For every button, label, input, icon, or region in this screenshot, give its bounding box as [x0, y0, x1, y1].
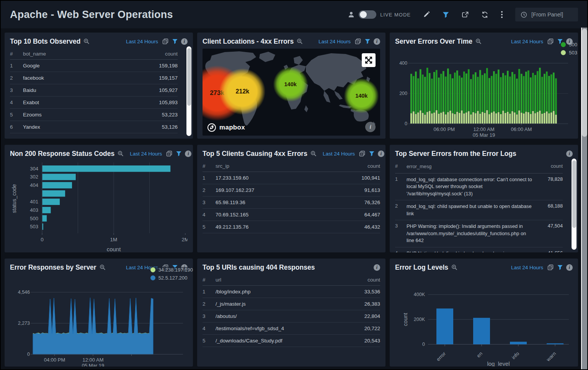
row-value: PHP Notice: Undefined index: header_clas… [407, 250, 538, 252]
row-index: 3 [203, 313, 216, 319]
panel-top-clients-4xx: Top 5 Clients Causing 4xx Errors Last 24… [197, 145, 385, 252]
time-range-link[interactable]: Last 24 Hours [323, 151, 355, 157]
row-count: 100,941 [345, 175, 380, 181]
row-count: 22,804 [345, 313, 380, 319]
panel-client-locations: Client Locations - 4xx Errors Last 24 Ho… [197, 33, 385, 139]
svg-text:302: 302 [30, 174, 38, 180]
live-mode-toggle[interactable] [359, 10, 376, 19]
copy-panel-icon[interactable] [547, 38, 554, 44]
expand-map-button[interactable] [362, 53, 376, 67]
edit-icon[interactable] [423, 11, 430, 18]
row-count: 20,722 [345, 326, 380, 331]
info-icon[interactable]: i [185, 151, 191, 157]
svg-text:05 Mar 19: 05 Mar 19 [473, 132, 495, 138]
copy-panel-icon[interactable] [547, 264, 554, 270]
mapbox-attribution[interactable]: mapbox [207, 123, 245, 132]
info-icon[interactable]: i [374, 264, 380, 271]
panel-filter-icon[interactable] [557, 264, 563, 270]
row-index: 4 [10, 100, 23, 105]
table-header-row: #error_mesgcount [395, 160, 563, 174]
legend-label: 500 [569, 42, 577, 47]
table-row: 3Baidu105,927 [10, 84, 178, 97]
info-icon[interactable]: i [181, 38, 188, 45]
time-range-link[interactable]: Last 24 Hours [511, 265, 543, 270]
row-count: 105,893 [142, 100, 178, 105]
legend-item[interactable]: 500 [561, 42, 577, 47]
zoom-in-icon[interactable] [83, 38, 90, 44]
table-row: 117.233.159.60100,941 [203, 172, 380, 184]
svg-text:0: 0 [41, 237, 44, 242]
panel-filter-icon[interactable] [176, 151, 182, 157]
legend-label: 52.5.127.200 [158, 275, 188, 281]
row-count: 41,656 [538, 250, 563, 252]
svg-text:404: 404 [30, 182, 38, 188]
server-errors-table: #error_mesgcount1mod_log_sql: database c… [395, 160, 573, 252]
share-icon[interactable] [462, 11, 469, 18]
time-range-link[interactable]: Last 24 Hours [318, 39, 351, 44]
map-info-icon[interactable]: i [365, 122, 376, 132]
column-header: src_ip [216, 163, 345, 169]
scrollbar-thumb[interactable] [187, 48, 191, 106]
page-scrollbar-thumb[interactable] [582, 29, 587, 137]
copy-panel-icon[interactable] [162, 38, 169, 44]
scrollbar-thumb[interactable] [572, 160, 576, 228]
legend-item[interactable]: 52.5.127.200 [150, 275, 193, 281]
map-bubble[interactable]: 140k [273, 67, 308, 102]
zoom-in-icon[interactable] [310, 151, 317, 157]
panel-server-errors-over-time: Server Errors Over Time Last 24 Hours i … [390, 33, 578, 139]
copy-panel-icon[interactable] [355, 38, 361, 44]
user-icon[interactable] [348, 11, 355, 18]
panel-filter-icon[interactable] [364, 38, 371, 44]
zoom-in-icon[interactable] [100, 264, 106, 270]
info-icon[interactable]: i [566, 151, 573, 157]
row-count: 46,432 [345, 224, 380, 230]
panel-filter-icon[interactable] [369, 151, 375, 157]
filter-icon[interactable] [442, 11, 449, 18]
table-row: 1mod_log_sql: database connection error:… [395, 174, 563, 201]
stacked-bar-chart: 400200006:00 PM12:00 AM05 Mar 1906:00 AM [395, 47, 573, 139]
map-bubble[interactable]: 212k [219, 68, 266, 115]
copy-panel-icon[interactable] [359, 151, 366, 157]
time-range-link[interactable]: Last 24 Hours [130, 151, 162, 157]
more-menu-icon[interactable] [501, 11, 503, 18]
column-header: # [10, 51, 23, 57]
svg-text:4,546: 4,546 [18, 290, 30, 295]
row-index: 4 [203, 326, 216, 331]
svg-text:12:00 AM: 12:00 AM [83, 357, 104, 363]
table-row: 6Yandex53,126 [10, 121, 178, 133]
row-value: 70.69.152.165 [216, 212, 345, 218]
zoom-in-icon[interactable] [297, 38, 303, 44]
legend-label: 34.238.197.190 [158, 267, 193, 273]
world-map[interactable]: 273k212k140k140k mapbox i [203, 49, 380, 136]
info-icon[interactable]: i [374, 38, 380, 45]
zoom-in-icon[interactable] [118, 151, 124, 157]
time-range-field[interactable]: [From Panel] [515, 8, 578, 21]
map-bubble[interactable]: 140k [344, 78, 379, 113]
row-value: 17.233.159.60 [216, 175, 345, 181]
panel-title: Non 200 Response Status Codes [10, 150, 114, 158]
zoom-in-icon[interactable] [475, 38, 482, 44]
panel-filter-icon[interactable] [172, 38, 178, 44]
legend-item[interactable]: 503 [561, 50, 577, 56]
row-index: 1 [203, 289, 216, 295]
table-row: 3PHP Warning: implode(): Invalid argumen… [395, 220, 563, 247]
copy-panel-icon[interactable] [166, 151, 173, 157]
panel-scrollbar[interactable] [572, 159, 577, 250]
svg-text:info: info [511, 351, 520, 360]
refresh-icon[interactable] [481, 11, 488, 18]
panel-scrollbar[interactable] [186, 46, 191, 136]
legend-item[interactable]: 34.238.197.190 [150, 267, 193, 273]
time-range-link[interactable]: Last 24 Hours [511, 39, 543, 44]
zoom-in-icon[interactable] [451, 264, 457, 270]
row-index: 2 [395, 203, 407, 209]
info-icon[interactable]: i [378, 151, 384, 157]
time-range-link[interactable]: Last 24 Hours [126, 39, 158, 44]
table-row: 4Exabot105,893 [10, 97, 178, 109]
page-scrollbar[interactable] [581, 28, 587, 369]
dashboard-title: Apache - Web Server Operations [10, 9, 173, 21]
info-icon[interactable]: i [566, 264, 573, 271]
panel-top-bots: Top 10 Bots Observed Last 24 Hours i #bo… [5, 33, 193, 139]
row-value: Baidu [23, 87, 142, 93]
vertical-bar-chart: 0200K400Kcounterroreninfowarnlog_level [395, 273, 573, 367]
row-index: 5 [203, 224, 216, 230]
